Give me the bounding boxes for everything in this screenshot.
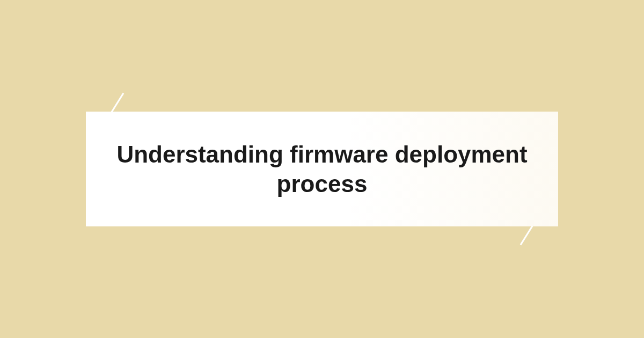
title-card-container: Understanding firmware deployment proces… [86,112,558,226]
page-title: Understanding firmware deployment proces… [107,139,537,199]
title-card: Understanding firmware deployment proces… [86,112,558,226]
